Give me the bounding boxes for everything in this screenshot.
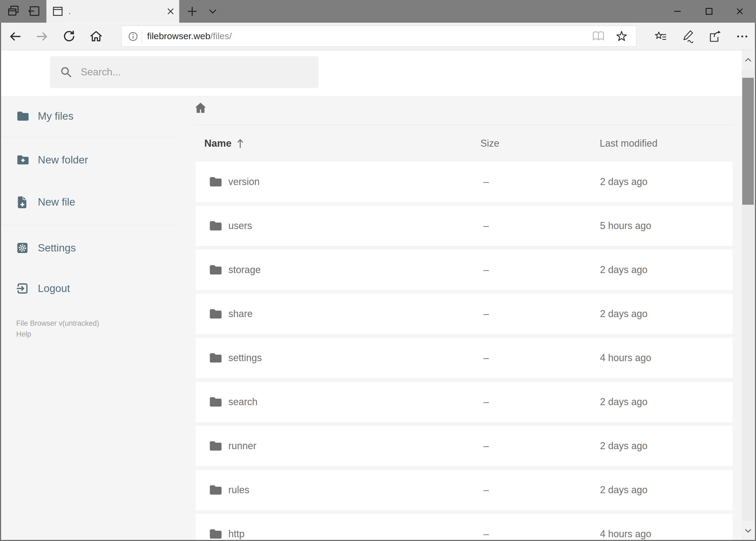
- file-modified: 2 days ago: [600, 264, 733, 275]
- breadcrumb-home-icon[interactable]: [193, 101, 207, 115]
- column-headers: Name Size Last modified: [193, 133, 733, 154]
- maximize-icon[interactable]: [698, 3, 720, 20]
- tab-list-chevron-icon[interactable]: [205, 4, 220, 19]
- file-name: search: [228, 396, 257, 407]
- file-modified: 2 days ago: [600, 396, 733, 407]
- sidebar-item-my-files[interactable]: My files: [0, 96, 178, 136]
- folder-icon: [208, 307, 222, 321]
- window-border-bottom: [0, 540, 756, 541]
- sidebar-item-label: Logout: [38, 282, 70, 294]
- folder-icon: [208, 263, 222, 277]
- column-header-modified[interactable]: Last modified: [600, 138, 733, 149]
- chevron-up-icon[interactable]: [742, 50, 754, 70]
- address-bar[interactable]: filebrowser.web/files/: [122, 26, 636, 47]
- close-icon[interactable]: [728, 3, 751, 20]
- file-name: http: [228, 528, 245, 540]
- new-file-icon: [16, 195, 29, 209]
- new-folder-icon: [16, 153, 29, 167]
- window-border-left: [0, 23, 1, 541]
- file-modified: 4 hours ago: [600, 528, 733, 540]
- url-text[interactable]: filebrowser.web/files/: [147, 31, 232, 41]
- chevron-down-icon[interactable]: [742, 521, 754, 540]
- titlebar: .: [0, 0, 756, 23]
- sidebar-item-label: New file: [38, 196, 75, 208]
- logout-icon: [16, 282, 29, 295]
- help-link[interactable]: Help: [16, 329, 31, 339]
- file-modified: 5 hours ago: [600, 220, 733, 232]
- hub-favorites-icon[interactable]: [653, 29, 668, 44]
- column-header-name[interactable]: Name: [193, 138, 480, 149]
- table-row[interactable]: rules – 2 days ago: [195, 469, 733, 510]
- file-name: share: [228, 308, 253, 319]
- search-input[interactable]: [80, 66, 319, 78]
- forward-icon[interactable]: [35, 29, 50, 44]
- table-row[interactable]: search – 2 days ago: [195, 381, 733, 422]
- sidebar-item-new-file[interactable]: New file: [0, 182, 178, 222]
- sidebar-item-new-folder[interactable]: New folder: [0, 140, 178, 180]
- annotate-pen-icon[interactable]: [680, 29, 695, 44]
- file-size: –: [481, 396, 600, 407]
- file-size: –: [481, 220, 600, 232]
- sidebar-item-label: My files: [38, 110, 74, 122]
- file-modified: 2 days ago: [600, 440, 733, 452]
- url-host: filebrowser.web: [147, 31, 210, 41]
- file-name: version: [228, 176, 260, 188]
- url-path: /files/: [210, 31, 232, 41]
- file-size: –: [481, 352, 600, 363]
- app-header: [0, 50, 756, 96]
- file-name: rules: [228, 484, 249, 496]
- file-name: settings: [228, 352, 262, 363]
- share-icon[interactable]: [707, 29, 722, 44]
- file-size: –: [481, 308, 600, 319]
- file-name: runner: [228, 440, 256, 452]
- sidebar-divider: [3, 225, 174, 225]
- sidebar-item-settings[interactable]: Settings: [0, 228, 178, 268]
- browser-tab[interactable]: .: [46, 0, 179, 23]
- favorite-star-icon[interactable]: [614, 29, 629, 44]
- file-listing: Name Size Last modified version – 2 days…: [193, 96, 733, 541]
- file-size: –: [481, 264, 600, 275]
- folder-icon: [208, 219, 222, 233]
- browser-window: . filebrowser.web/files/: [0, 0, 756, 541]
- scrollbar[interactable]: [742, 50, 754, 540]
- table-row[interactable]: version – 2 days ago: [195, 161, 733, 202]
- table-row[interactable]: http – 4 hours ago: [195, 513, 733, 541]
- file-modified: 2 days ago: [600, 308, 733, 319]
- page-icon: [51, 5, 64, 18]
- folder-icon: [208, 483, 222, 497]
- refresh-icon[interactable]: [62, 29, 77, 44]
- sidebar-divider: [3, 137, 174, 137]
- set-tabs-aside-icon[interactable]: [26, 3, 43, 20]
- sidebar-item-logout[interactable]: Logout: [0, 268, 178, 309]
- navbar: filebrowser.web/files/: [0, 23, 756, 50]
- file-modified: 2 days ago: [600, 176, 733, 188]
- sort-ascending-icon: [237, 138, 243, 149]
- home-icon[interactable]: [89, 29, 104, 44]
- back-icon[interactable]: [8, 29, 23, 44]
- version-text: File Browser v(untracked): [16, 318, 99, 329]
- folder-icon: [208, 395, 222, 409]
- table-row[interactable]: storage – 2 days ago: [195, 249, 733, 290]
- minimize-icon[interactable]: [666, 3, 689, 20]
- table-row[interactable]: runner – 2 days ago: [195, 425, 733, 466]
- reading-view-icon[interactable]: [591, 29, 606, 44]
- settings-icon: [16, 241, 29, 255]
- table-row[interactable]: share – 2 days ago: [195, 293, 733, 334]
- file-name: users: [228, 220, 252, 232]
- search-bar[interactable]: [50, 56, 319, 88]
- table-row[interactable]: settings – 4 hours ago: [195, 337, 733, 378]
- new-tab-plus-icon[interactable]: [185, 4, 200, 19]
- column-label: Name: [204, 138, 232, 149]
- folder-icon: [208, 175, 222, 189]
- file-size: –: [481, 440, 600, 452]
- sidebar-item-label: Settings: [38, 242, 76, 254]
- scrollbar-thumb[interactable]: [742, 78, 754, 205]
- info-icon[interactable]: [126, 30, 139, 43]
- close-tab-icon[interactable]: [162, 0, 179, 23]
- more-dots-icon[interactable]: [735, 29, 750, 44]
- table-row[interactable]: users – 5 hours ago: [195, 205, 733, 246]
- tab-preview-icon[interactable]: [5, 3, 22, 20]
- column-header-size[interactable]: Size: [480, 138, 600, 149]
- file-modified: 2 days ago: [600, 484, 733, 496]
- search-icon: [59, 65, 74, 80]
